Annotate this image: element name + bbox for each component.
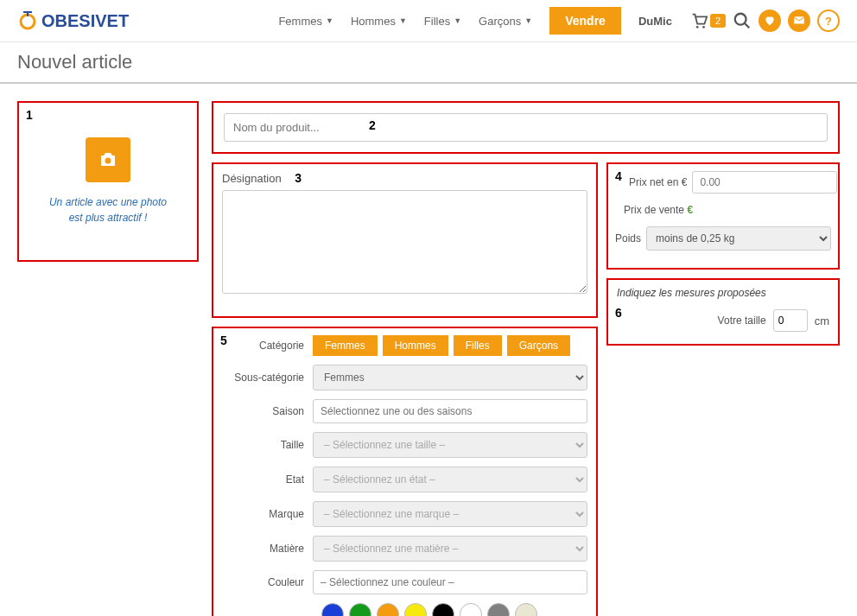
nav-femmes[interactable]: Femmes▼ xyxy=(278,15,333,28)
svg-point-4 xyxy=(702,26,705,29)
color-swatch[interactable] xyxy=(321,603,344,616)
logo-text: OBESIVET xyxy=(41,11,129,31)
svg-point-3 xyxy=(696,26,699,29)
panel-number: 3 xyxy=(295,171,302,185)
color-swatch[interactable] xyxy=(432,603,454,616)
chevron-down-icon: ▼ xyxy=(399,16,407,25)
chevron-down-icon: ▼ xyxy=(524,16,532,25)
help-icon[interactable]: ? xyxy=(817,10,840,32)
favorites-icon[interactable] xyxy=(759,10,781,32)
description-textarea[interactable] xyxy=(222,190,587,294)
measures-title: Indiquez les mesures proposées xyxy=(617,287,829,299)
header-icons: 2 ? xyxy=(689,10,840,32)
label-matiere: Matière xyxy=(222,543,313,555)
price-panel: 4 Prix net en € Prix de vente € Poids mo… xyxy=(606,162,840,270)
color-swatch[interactable] xyxy=(460,603,482,616)
weight-select[interactable]: moins de 0,25 kg xyxy=(646,226,831,251)
couleur-input[interactable] xyxy=(313,570,587,594)
sale-price-row: Prix de vente € xyxy=(615,204,831,216)
label-etat: Etat xyxy=(222,473,313,486)
camera-icon xyxy=(98,149,118,170)
label-taille: Taille xyxy=(222,439,313,451)
nav-hommes[interactable]: Hommes▼ xyxy=(351,15,407,28)
svg-rect-2 xyxy=(23,11,32,13)
cat-filles-button[interactable]: Filles xyxy=(454,335,502,356)
description-label: Désignation xyxy=(222,172,282,185)
panel-number: 2 xyxy=(369,118,376,132)
measures-panel: Indiquez les mesures proposées 6 Votre t… xyxy=(606,278,840,346)
name-panel: 2 xyxy=(212,101,840,154)
panel-number: 6 xyxy=(615,306,622,320)
add-photo-button[interactable] xyxy=(86,137,130,182)
content: 1 Un article avec une photo est plus att… xyxy=(0,84,857,616)
logo[interactable]: OBESIVET xyxy=(17,10,129,31)
svg-point-5 xyxy=(735,14,746,25)
color-swatches xyxy=(222,603,550,616)
color-swatch[interactable] xyxy=(487,603,510,616)
color-swatch[interactable] xyxy=(404,603,427,616)
sell-button[interactable]: Vendre xyxy=(549,7,621,35)
cat-hommes-button[interactable]: Hommes xyxy=(383,335,448,356)
euro-icon: € xyxy=(687,204,693,216)
price-label: Prix net en € xyxy=(629,176,687,188)
size-label: Votre taille xyxy=(718,314,766,327)
cart-icon xyxy=(689,11,708,30)
photo-panel: 1 Un article avec une photo est plus att… xyxy=(17,101,199,262)
cat-garcons-button[interactable]: Garçons xyxy=(507,335,570,356)
color-swatch[interactable] xyxy=(349,603,371,616)
chevron-down-icon: ▼ xyxy=(326,16,333,25)
size-input[interactable] xyxy=(773,309,808,332)
price-input[interactable] xyxy=(692,171,837,194)
taille-select[interactable]: – Sélectionnez une taille – xyxy=(313,432,587,458)
saison-input[interactable] xyxy=(313,399,587,423)
header: OBESIVET Femmes▼ Hommes▼ Filles▼ Garçons… xyxy=(0,0,857,42)
svg-line-6 xyxy=(745,23,750,29)
description-panel: Désignation 3 xyxy=(212,162,598,318)
weight-label: Poids xyxy=(615,232,641,244)
product-name-input[interactable] xyxy=(224,113,828,142)
search-icon[interactable] xyxy=(733,11,752,30)
matiere-select[interactable]: – Sélectionnez une matière – xyxy=(313,536,587,562)
label-saison: Saison xyxy=(222,405,313,417)
panel-number: 5 xyxy=(220,333,227,347)
page-title: Nouvel article xyxy=(0,42,857,84)
label-couleur: Couleur xyxy=(222,576,313,588)
cart-count: 2 xyxy=(710,14,726,28)
panel-number: 1 xyxy=(26,108,33,122)
color-swatch[interactable] xyxy=(377,603,399,616)
category-panel: 5 Catégorie Femmes Hommes Filles Garçons… xyxy=(212,327,598,616)
size-unit: cm xyxy=(815,314,829,327)
label-marque: Marque xyxy=(222,508,313,520)
marque-select[interactable]: – Sélectionnez une marque – xyxy=(313,501,587,527)
cart-button[interactable]: 2 xyxy=(689,11,726,30)
nav-garcons[interactable]: Garçons▼ xyxy=(479,15,532,28)
svg-point-0 xyxy=(21,15,35,29)
panel-number: 4 xyxy=(615,169,622,183)
cat-femmes-button[interactable]: Femmes xyxy=(313,335,378,356)
messages-icon[interactable] xyxy=(788,10,810,32)
sous-categorie-select[interactable]: Femmes xyxy=(313,365,587,391)
user-name[interactable]: DuMic xyxy=(638,15,672,28)
etat-select[interactable]: – Sélectionnez un état – xyxy=(313,467,587,492)
nav: Femmes▼ Hommes▼ Filles▼ Garçons▼ xyxy=(278,15,532,28)
nav-filles[interactable]: Filles▼ xyxy=(424,15,461,28)
color-swatch[interactable] xyxy=(515,603,537,616)
chevron-down-icon: ▼ xyxy=(454,16,461,25)
photo-hint: Un article avec une photo est plus attra… xyxy=(49,194,167,225)
logo-icon xyxy=(17,10,38,31)
label-categorie: Catégorie xyxy=(222,340,313,352)
svg-point-7 xyxy=(105,158,111,164)
label-sous-categorie: Sous-catégorie xyxy=(222,372,313,384)
